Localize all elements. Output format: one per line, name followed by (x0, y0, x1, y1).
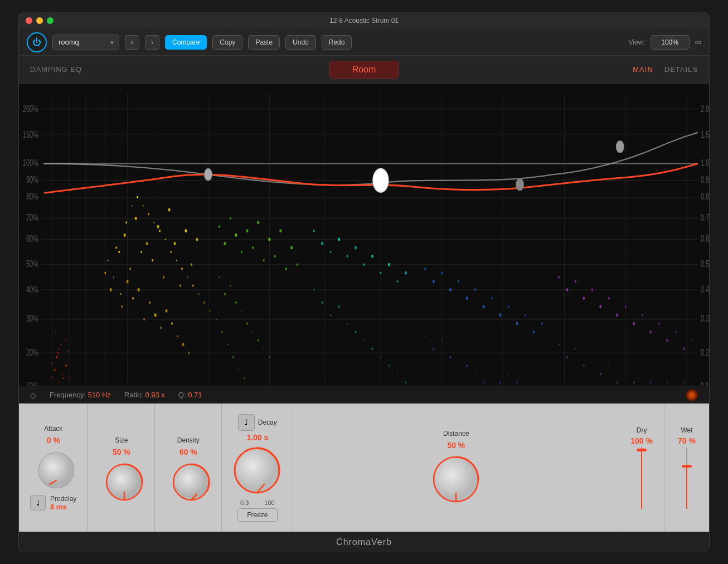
svg-point-143 (219, 226, 220, 228)
menu-bar: ⏻ roomq ▼ ‹ › Compare Copy Paste Undo Re… (19, 29, 709, 56)
nav-prev-button[interactable]: ‹ (125, 35, 139, 50)
svg-point-255 (658, 373, 659, 375)
svg-point-179 (347, 255, 348, 257)
freeze-button[interactable]: Freeze (237, 508, 277, 522)
svg-point-132 (154, 222, 155, 223)
svg-point-234 (625, 305, 627, 308)
svg-point-167 (269, 356, 270, 359)
spectrometer-icon[interactable] (686, 389, 698, 401)
distance-group: Distance 50 % (293, 403, 619, 532)
maximize-dot[interactable] (47, 17, 54, 24)
undo-button[interactable]: Undo (285, 35, 316, 50)
header-row: DAMPING EQ Room MAIN DETAILS (19, 56, 709, 84)
svg-point-76 (60, 344, 61, 346)
paste-button[interactable]: Paste (248, 35, 280, 50)
svg-point-164 (252, 331, 253, 333)
footer-label: ChromaVerb (336, 537, 392, 547)
svg-point-186 (405, 271, 407, 275)
preset-dropdown[interactable]: roomq (52, 35, 119, 50)
size-knob[interactable] (102, 460, 147, 504)
decay-note-button[interactable]: ♩ (238, 414, 255, 431)
compare-button[interactable]: Compare (165, 35, 207, 50)
svg-point-213 (541, 322, 543, 325)
svg-point-238 (658, 322, 660, 325)
svg-point-148 (246, 229, 248, 232)
predelay-row: ♩ Predelay 8 ms (30, 495, 76, 511)
svg-point-250 (617, 381, 618, 384)
wet-slider[interactable] (680, 448, 693, 509)
density-knob-container[interactable] (169, 460, 208, 499)
svg-point-87 (55, 331, 56, 333)
svg-point-146 (235, 234, 237, 237)
frequency-label: Frequency: 510 Hz (50, 391, 111, 399)
svg-text:20%: 20% (26, 347, 38, 358)
svg-point-231 (599, 305, 601, 308)
dry-slider-thumb[interactable] (637, 449, 647, 451)
attack-knob-container[interactable] (34, 448, 73, 487)
distance-knob[interactable] (430, 453, 483, 506)
decay-value: 1.00 s (246, 433, 268, 442)
link-icon[interactable]: ∞ (695, 37, 701, 47)
svg-point-258 (683, 381, 685, 384)
view-label: View: (628, 38, 644, 46)
svg-point-256 (667, 381, 668, 384)
eq-display[interactable]: 200% 150% 100% 90% 80% 70% 60% 50% 40% 3… (19, 84, 709, 403)
svg-point-219 (466, 364, 468, 367)
attack-knob[interactable] (34, 448, 79, 493)
view-value[interactable]: 100% (651, 35, 690, 50)
predelay-note-button[interactable]: ♩ (30, 495, 46, 510)
svg-point-127 (125, 221, 127, 224)
room-button[interactable]: Room (329, 61, 399, 79)
svg-point-137 (181, 268, 183, 270)
tab-main[interactable]: MAIN (633, 63, 653, 76)
svg-point-163 (246, 322, 248, 325)
density-knob[interactable] (169, 460, 213, 504)
svg-point-247 (591, 356, 593, 358)
power-icon: ⏻ (32, 38, 41, 47)
preset-dropdown-wrapper[interactable]: roomq ▼ (52, 35, 119, 50)
svg-point-244 (566, 356, 568, 359)
svg-text:60%: 60% (26, 234, 38, 244)
redo-button[interactable]: Redo (322, 35, 352, 50)
nav-next-button[interactable]: › (145, 35, 159, 50)
svg-point-79 (59, 382, 60, 383)
svg-point-116 (149, 301, 151, 304)
svg-point-224 (508, 373, 509, 375)
power-button[interactable]: ⏻ (27, 32, 47, 52)
svg-text:0.2x: 0.2x (701, 347, 709, 358)
close-dot[interactable] (26, 17, 32, 24)
svg-point-218 (458, 348, 459, 349)
svg-point-220 (475, 373, 476, 375)
svg-point-154 (279, 229, 282, 232)
wet-slider-fill (686, 466, 687, 509)
svg-text:80%: 80% (26, 191, 38, 202)
svg-point-200 (433, 280, 435, 283)
svg-point-211 (525, 314, 526, 317)
svg-point-157 (297, 263, 298, 266)
wet-slider-thumb[interactable] (682, 465, 692, 468)
svg-point-74 (57, 352, 59, 354)
eq-canvas: 200% 150% 100% 90% 80% 70% 60% 50% 40% 3… (19, 84, 709, 403)
decay-knob-container[interactable] (231, 444, 284, 497)
svg-point-122 (182, 343, 185, 346)
minimize-dot[interactable] (36, 17, 43, 24)
svg-text:0.6x: 0.6x (701, 234, 709, 244)
q-value: 0.71 (188, 391, 202, 399)
svg-point-105 (185, 229, 187, 232)
svg-point-208 (499, 313, 502, 317)
wet-slider-group: Wet 70 % (664, 403, 709, 532)
svg-text:0.8x: 0.8x (701, 191, 709, 202)
distance-knob-container[interactable] (430, 453, 483, 506)
dry-slider[interactable] (635, 448, 648, 509)
svg-point-141 (203, 301, 205, 304)
copy-button[interactable]: Copy (212, 35, 242, 50)
tab-details[interactable]: DETAILS (664, 63, 698, 76)
svg-point-193 (363, 339, 365, 341)
svg-point-153 (274, 255, 276, 257)
svg-point-81 (62, 373, 63, 375)
svg-text:50%: 50% (26, 259, 38, 269)
distance-label: Distance (443, 430, 469, 437)
size-knob-container[interactable] (102, 460, 141, 499)
decay-knob[interactable] (231, 444, 284, 497)
dry-slider-group: Dry 100 % (619, 403, 664, 532)
